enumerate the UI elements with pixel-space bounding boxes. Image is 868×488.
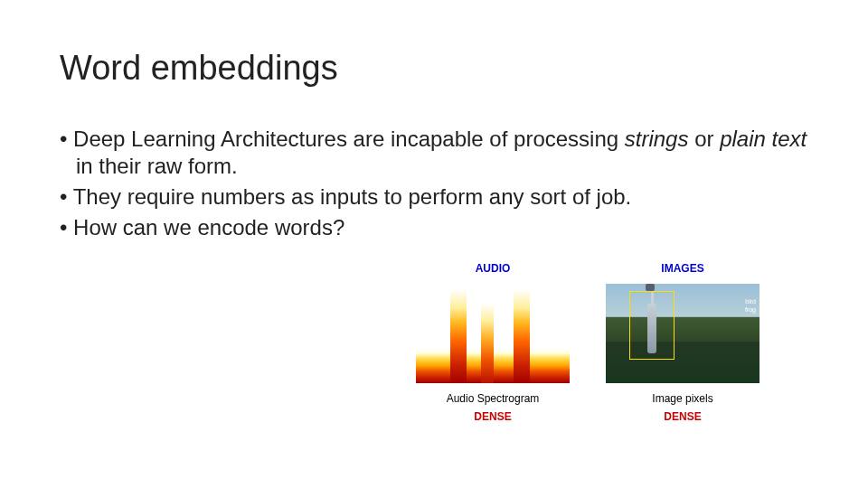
- bullet-1-em-strings: strings: [625, 127, 689, 151]
- bounding-box: [629, 291, 675, 360]
- figure-images-dense: DENSE: [664, 410, 701, 423]
- bullet-1-em-plaintext: plain text: [720, 127, 807, 151]
- audio-spectrogram-image: [416, 284, 570, 383]
- bullet-3: How can we encode words?: [60, 214, 808, 241]
- bullet-1-text-b: or: [688, 127, 720, 151]
- bullet-list: Deep Learning Architectures are incapabl…: [60, 126, 808, 241]
- figure-row: AUDIO Audio Spectrogram DENSE IMAGES bir…: [416, 262, 841, 423]
- figure-audio-caption: Audio Spectrogram: [447, 392, 540, 405]
- bullet-2: They require numbers as inputs to perfor…: [60, 183, 808, 211]
- slide: Word embeddings Deep Learning Architectu…: [0, 0, 868, 488]
- image-pixels-image: bird frog: [606, 284, 760, 383]
- figure-images: IMAGES bird frog Image pixels DENSE: [606, 262, 760, 423]
- bullet-1-text-a: Deep Learning Architectures are incapabl…: [73, 127, 625, 151]
- figure-images-caption: Image pixels: [652, 392, 712, 405]
- figure-audio: AUDIO Audio Spectrogram DENSE: [416, 262, 570, 423]
- bullet-1: Deep Learning Architectures are incapabl…: [60, 126, 808, 180]
- bullet-1-text-c: in their raw form.: [76, 154, 238, 178]
- image-label-bird: bird: [745, 298, 756, 305]
- figure-audio-dense: DENSE: [474, 410, 511, 423]
- figure-audio-header: AUDIO: [476, 262, 511, 275]
- figure-images-header: IMAGES: [661, 262, 703, 275]
- slide-title: Word embeddings: [60, 49, 808, 88]
- image-label-frog: frog: [745, 306, 756, 314]
